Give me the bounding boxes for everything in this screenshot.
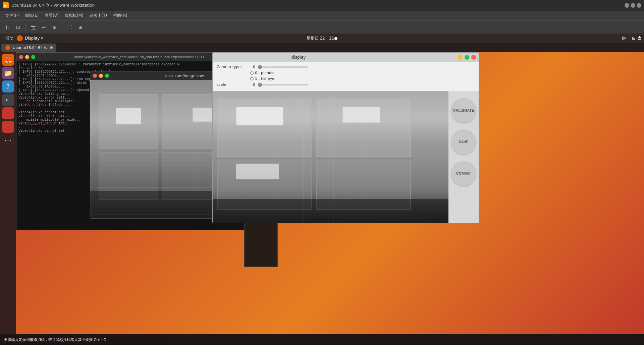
toolbar-btn2[interactable]: ⊡: [13, 22, 23, 32]
fullscreen-button[interactable]: ⛶: [65, 22, 74, 32]
display-title: display: [291, 55, 306, 60]
display-window-buttons: [458, 55, 476, 60]
panel-clock: 星期四 22：11●: [307, 36, 338, 41]
dock-firefox[interactable]: 🦊: [2, 54, 14, 66]
bottom-notification-bar: 要将输入定向到该虚拟机，请将鼠标指针移入其中或按 Ctrl+G。: [0, 334, 644, 345]
scale-label: scale: [217, 82, 250, 87]
menu-view[interactable]: 查看(V): [42, 12, 61, 19]
panel-app-icon: [17, 35, 23, 41]
light-fixture-2: [193, 108, 213, 121]
camera-type-thumb[interactable]: [258, 65, 262, 69]
display-sidebar: CALIBRATE SAVE COMMIT: [448, 91, 479, 223]
main-content: /home/wxh/catkin_ws/src/usb_cam/launch/u…: [16, 52, 644, 334]
dock-files[interactable]: 📁: [2, 67, 14, 79]
ubuntu-tab-bar: Ubuntu18.04 64 位 ✕: [0, 43, 644, 52]
activities-button[interactable]: 活动: [3, 36, 16, 41]
camera-type-options: 0：pinhole 1：fisheye: [250, 70, 475, 81]
fisheye-radio[interactable]: [250, 77, 254, 80]
terminal-1-titlebar: /home/wxh/catkin_ws/src/usb_cam/launch/u…: [16, 53, 244, 61]
calibrate-button[interactable]: CALIBRATE: [451, 98, 476, 123]
ubuntu-tab[interactable]: Ubuntu18.04 64 位 ✕: [1, 44, 56, 52]
pinhole-option[interactable]: 0：pinhole: [250, 70, 475, 75]
disp-light-2: [342, 107, 380, 123]
camera-type-row: Camera type: 0: [217, 65, 475, 69]
toolbar-separator2: [62, 23, 62, 31]
toolbar-btn3[interactable]: ⊞: [50, 22, 59, 32]
window-controls: [625, 3, 641, 8]
menu-help[interactable]: 帮助(H): [110, 12, 130, 19]
raw-max-btn[interactable]: [105, 74, 109, 78]
dock-help[interactable]: ?: [2, 80, 14, 93]
dock-grid[interactable]: ⋯: [2, 134, 14, 146]
disp-light-1: [236, 107, 283, 125]
tab-icon: [5, 45, 10, 50]
menu-vm[interactable]: 虚拟机(M): [62, 12, 86, 19]
disp-tile-2: [316, 98, 411, 157]
toolbar-separator: [25, 23, 26, 31]
display-close-btn[interactable]: [471, 55, 476, 60]
minimize-button[interactable]: [625, 3, 629, 8]
fisheye-label: 1：fisheye: [255, 76, 274, 81]
panel-right-icons: 拼一 ⊟ ⏻: [622, 36, 641, 41]
display-camera-view: [213, 91, 448, 223]
dock-terminal[interactable]: >_: [2, 94, 14, 106]
terminal-min-btn[interactable]: [25, 55, 29, 59]
disp-dark-bottom: [213, 199, 448, 223]
ubuntu-dock: 🦊 📁 ? >_ ⋯: [0, 52, 16, 334]
terminal-line: ith value 50: [18, 66, 242, 70]
camera-type-slider[interactable]: [258, 66, 308, 68]
scale-slider[interactable]: [258, 84, 308, 85]
panel-power-icon: ⏻: [637, 36, 641, 41]
menu-tabs[interactable]: 选项卡(T): [87, 12, 110, 19]
tab-close-button[interactable]: ✕: [50, 46, 53, 49]
raw-close-btn[interactable]: [93, 74, 97, 78]
menu-file[interactable]: 文件(F): [3, 12, 21, 19]
scale-value: 0: [253, 82, 255, 87]
vmware-icon: ▶: [3, 2, 9, 8]
display-label[interactable]: Display ▾: [25, 36, 43, 41]
camera-type-value: 0: [253, 65, 255, 69]
ubuntu-panel: 活动 Display ▾ 星期四 22：11● 拼一 ⊟ ⏻: [0, 34, 644, 43]
display-window: display Camera type: 0 0：pinhole: [212, 52, 479, 223]
pinhole-label: 0：pinhole: [255, 70, 275, 75]
view-button[interactable]: ⊞: [76, 22, 85, 32]
display-maximize-btn[interactable]: [465, 55, 469, 60]
vmware-titlebar: ▶ Ubuntu18.04 64 位 - VMware Workstation: [0, 0, 644, 11]
dock-app1[interactable]: [2, 107, 14, 119]
notification-text: 要将输入定向到该虚拟机，请将鼠标指针移入其中或按 Ctrl+G。: [4, 337, 110, 342]
calibration-camera-image: [213, 91, 448, 223]
close-button[interactable]: [637, 3, 641, 8]
panel-layout-icon: 拼一: [622, 36, 630, 41]
scale-row: scale 0: [217, 82, 475, 87]
terminal-line: [ INFO] [1681999872.171290361]: Paramete…: [18, 63, 242, 66]
snapshot-button[interactable]: 📷: [29, 22, 38, 32]
maximize-button[interactable]: [631, 3, 635, 8]
display-main: CALIBRATE SAVE COMMIT: [213, 91, 479, 223]
terminal-close-btn[interactable]: [19, 55, 23, 59]
terminal-max-btn[interactable]: [31, 55, 35, 59]
fisheye-option[interactable]: 1：fisheye: [250, 76, 475, 81]
panel-network-icon: ⊟: [632, 36, 635, 41]
disp-tile-1: [217, 98, 312, 157]
menu-edit[interactable]: 编辑(E): [22, 12, 41, 19]
scale-slider-thumb[interactable]: [258, 83, 262, 87]
display-controls: Camera type: 0 0：pinhole 1：fisheye scale: [213, 62, 479, 91]
save-button[interactable]: SAVE: [451, 129, 476, 154]
camera-type-label: Camera type:: [217, 65, 250, 69]
display-titlebar: display: [213, 53, 479, 62]
display-minimize-btn[interactable]: [458, 55, 463, 60]
disp-light-3: [236, 164, 279, 179]
light-fixture-1: [116, 108, 141, 124]
dock-app2[interactable]: [2, 121, 14, 133]
raw-window-title: /usb_cam/image_raw: [165, 74, 204, 78]
tab-label: Ubuntu18.04 64 位: [13, 45, 48, 50]
vmware-menubar: 文件(F) 编辑(E) 查看(V) 虚拟机(M) 选项卡(T) 帮助(H): [0, 11, 644, 20]
restore-button[interactable]: ↩: [39, 22, 49, 32]
vmware-toolbar: ⏸ ⊡ 📷 ↩ ⊞ ⛶ ⊞: [0, 20, 644, 34]
pause-button[interactable]: ⏸: [3, 22, 12, 32]
pinhole-radio[interactable]: [250, 71, 254, 75]
terminal-1-title: /home/wxh/catkin_ws/src/usb_cam/launch/u…: [74, 55, 204, 59]
commit-button[interactable]: COMMIT: [451, 161, 476, 186]
vmware-title: Ubuntu18.04 64 位 - VMware Workstation: [11, 3, 95, 8]
raw-min-btn[interactable]: [99, 74, 103, 78]
